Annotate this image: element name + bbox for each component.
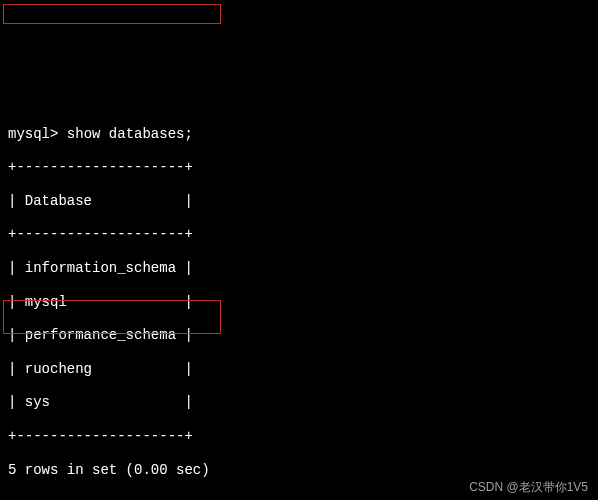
- blank-line: [8, 495, 590, 500]
- highlight-box-1: [3, 4, 221, 24]
- watermark-text: CSDN @老汉带你1V5: [469, 480, 588, 494]
- table-header: | Database |: [8, 193, 590, 210]
- table-row: | mysql |: [8, 294, 590, 311]
- table-row: | sys |: [8, 394, 590, 411]
- prompt: mysql>: [8, 126, 58, 142]
- table-border: +--------------------+: [8, 428, 590, 445]
- table-border: +--------------------+: [8, 226, 590, 243]
- table-row: | ruocheng |: [8, 361, 590, 378]
- command-text: show databases;: [67, 126, 193, 142]
- table-row: | performance_schema |: [8, 327, 590, 344]
- table-border: +--------------------+: [8, 159, 590, 176]
- result-text: 5 rows in set (0.00 sec): [8, 462, 590, 479]
- cmd-line[interactable]: mysql> show databases;: [8, 126, 590, 143]
- table-row: | information_schema |: [8, 260, 590, 277]
